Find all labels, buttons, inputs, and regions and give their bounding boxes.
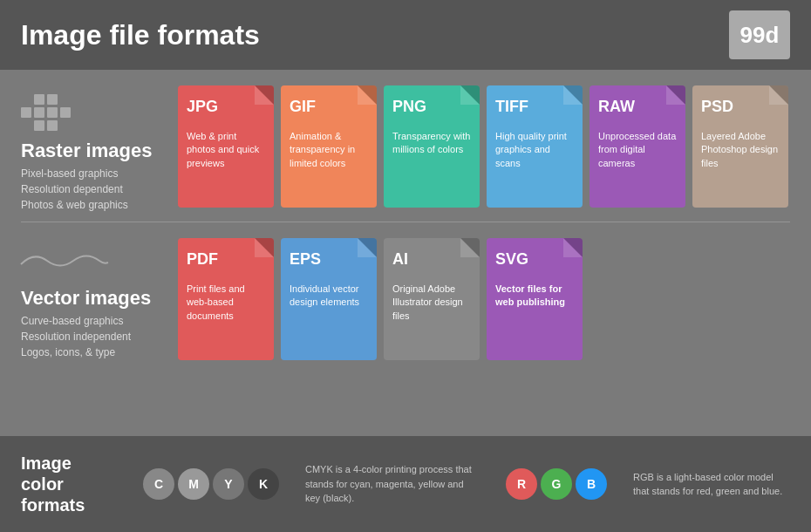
tiff-card: TIFF High quality print graphics and sca… (487, 85, 583, 208)
vector-title: Vector images (21, 287, 169, 310)
logo-box: 99d (729, 10, 790, 59)
raster-icon (21, 94, 169, 131)
bottom-bar: Image colorformats C M Y K CMYK is a 4-c… (0, 436, 811, 532)
svg-label: SVG (495, 250, 574, 269)
svg-desc: Vector files for web publishing (495, 283, 574, 310)
cmyk-group: C M Y K (143, 468, 279, 500)
gif-label: GIF (290, 98, 368, 116)
circle-y: Y (213, 468, 244, 500)
jpg-label: JPG (187, 98, 265, 116)
vector-section: Vector images Curve-based graphics Resol… (0, 222, 811, 369)
jpg-card: JPG Web & print photos and quick preview… (178, 85, 274, 208)
psd-label: PSD (701, 98, 780, 116)
rgb-circles: R G B (506, 468, 607, 500)
jpg-desc: Web & print photos and quick previews (187, 130, 265, 170)
circle-c: C (143, 468, 174, 500)
pdf-desc: Print files and web-based documents (187, 283, 265, 323)
png-card: PNG Transparency with millions of colors (384, 85, 480, 208)
vector-label: Vector images Curve-based graphics Resol… (21, 238, 178, 360)
raster-section: Raster images Pixel-based graphics Resol… (0, 70, 811, 222)
tiff-label: TIFF (495, 98, 574, 116)
pdf-label: PDF (187, 250, 265, 269)
raster-title: Raster images (21, 140, 169, 162)
raw-desc: Unprocessed data from digital cameras (598, 130, 677, 170)
page-title: Image file formats (21, 19, 260, 51)
logo-text: 99d (740, 22, 780, 49)
vector-desc: Curve-based graphics Resolution independ… (21, 313, 169, 360)
ai-label: AI (392, 250, 471, 269)
circle-b: B (576, 468, 607, 500)
eps-card: EPS Individual vector design elements (281, 238, 377, 360)
raster-desc: Pixel-based graphics Resolution dependen… (21, 166, 169, 213)
gif-card: GIF Animation & transparency in limited … (281, 85, 377, 208)
vector-icon (21, 247, 169, 278)
ai-desc: Original Adobe Illustrator design files (392, 283, 471, 323)
circle-k: K (248, 468, 279, 500)
cmyk-circles: C M Y K (143, 468, 279, 500)
svg-card: SVG Vector files for web publishing (487, 238, 583, 360)
header: Image file formats 99d (0, 0, 811, 70)
png-label: PNG (392, 98, 471, 116)
psd-card: PSD Layered Adobe Photoshop design files (692, 85, 788, 208)
vector-cards-row: PDF Print files and web-based documents … (178, 238, 790, 360)
raster-label: Raster images Pixel-based graphics Resol… (21, 85, 178, 213)
rgb-desc: RGB is a light-based color model that st… (633, 470, 790, 499)
pdf-card: PDF Print files and web-based documents (178, 238, 274, 360)
eps-label: EPS (290, 250, 368, 269)
tiff-desc: High quality print graphics and scans (495, 130, 574, 170)
raster-cards-row: JPG Web & print photos and quick preview… (178, 85, 790, 208)
eps-desc: Individual vector design elements (290, 283, 368, 310)
circle-r: R (506, 468, 537, 500)
ai-card: AI Original Adobe Illustrator design fil… (384, 238, 480, 360)
circle-m: M (178, 468, 209, 500)
raw-label: RAW (598, 98, 677, 116)
png-desc: Transparency with millions of colors (392, 130, 471, 157)
raw-card: RAW Unprocessed data from digital camera… (590, 85, 685, 208)
rgb-group: R G B (506, 468, 607, 500)
gif-desc: Animation & transparency in limited colo… (290, 130, 368, 170)
psd-desc: Layered Adobe Photoshop design files (701, 130, 780, 170)
cmyk-desc: CMYK is a 4-color printing process that … (305, 462, 480, 506)
circle-g: G (541, 468, 572, 500)
color-formats-title: Image colorformats (21, 453, 117, 515)
